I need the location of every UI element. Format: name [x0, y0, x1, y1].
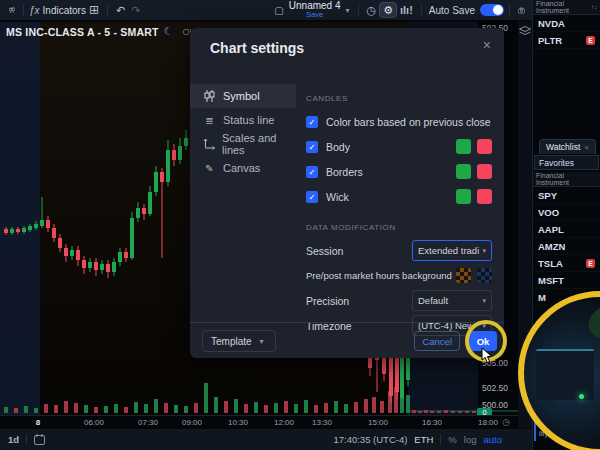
down-color-swatch[interactable]	[477, 164, 492, 179]
checkbox-checked[interactable]: ✓	[306, 141, 318, 153]
camera-snapshot-icon[interactable]	[515, 5, 528, 16]
watchlist-row[interactable]: AAPL	[533, 221, 600, 238]
app-window: MS INC-CLASS A - 5 - SMART ☾ O 511.31 H …	[0, 0, 600, 450]
undo-icon[interactable]: ↶	[113, 4, 128, 17]
tab-symbol[interactable]: Symbol	[190, 84, 296, 108]
led-light	[579, 394, 584, 399]
setting-label: Wick	[326, 191, 349, 203]
gear-icon: ⚙	[383, 4, 393, 17]
time-axis[interactable]: ◷ 806:0007:3009:0010:3012:0013:3015:0016…	[0, 415, 518, 428]
favorites-list-selector[interactable]: Favorites	[534, 155, 599, 170]
section-label: DATA MODIFICATION	[306, 223, 492, 232]
premarket-color-swatch[interactable]	[456, 268, 471, 283]
precision-dropdown[interactable]: Default ▾	[412, 290, 492, 311]
setting-label: Session	[306, 245, 343, 257]
candles-icon	[203, 90, 216, 102]
tab-scales-and-lines[interactable]: Scales and lines	[190, 132, 296, 156]
pencil-icon: ✎	[203, 163, 216, 174]
setting-label: Borders	[326, 166, 363, 178]
setting-row: Pre/post market hours background	[306, 263, 492, 288]
bottom-status-bar: 1d 17:40:35 (UTC-4) ETH % log auto	[0, 428, 532, 450]
checkbox-checked[interactable]: ✓	[306, 191, 318, 203]
tab-canvas[interactable]: ✎ Canvas	[190, 156, 296, 180]
alert-clock-icon[interactable]: ◷	[364, 4, 380, 17]
grid-layout-icon[interactable]: ⊞	[86, 3, 102, 17]
watchlist-row[interactable]: AMZN	[533, 238, 600, 255]
top-toolbar: ƒx Indicators ⊞ ↶ ↷ ▢ Unnamed 4 Save ▾ ◷…	[0, 0, 532, 21]
template-button[interactable]: Template ▾	[202, 330, 276, 352]
instrument-column-header[interactable]: Financial Instrument ↑↓	[533, 0, 600, 15]
percent-scale-button[interactable]: %	[448, 434, 456, 445]
down-color-swatch[interactable]	[477, 139, 492, 154]
tab-label: Canvas	[223, 162, 260, 174]
section-label: CANDLES	[306, 94, 492, 103]
symbol-label: VOO	[538, 207, 559, 218]
down-color-swatch[interactable]	[477, 189, 492, 204]
earnings-badge: E	[586, 259, 595, 268]
watchlist-row[interactable]: VOO	[533, 204, 600, 221]
price-tick-label: 502.50	[482, 383, 508, 393]
setting-label: Color bars based on previous close	[326, 116, 491, 128]
moon-session-icon: ☾	[164, 25, 174, 38]
chart-settings-dialog: Chart settings × Symbol ≣ Status line Sc…	[190, 28, 504, 358]
watchlist-row[interactable]: NVDA	[533, 15, 600, 32]
time-tick-label: 15:00	[362, 418, 394, 427]
up-color-swatch[interactable]	[456, 164, 471, 179]
watchlist-tab[interactable]: Watchlist ×	[539, 139, 596, 154]
candle-style-icon[interactable]	[6, 4, 18, 16]
redo-icon[interactable]: ↷	[128, 4, 143, 17]
column-header-label: Financial Instrument	[536, 0, 591, 14]
tab-label: Status line	[223, 114, 274, 126]
checkbox-checked[interactable]: ✓	[306, 116, 318, 128]
layout-square-icon[interactable]: ▢	[271, 5, 286, 16]
chart-settings-button[interactable]: ⚙	[379, 2, 397, 18]
autosave-label: Auto Save	[429, 5, 475, 16]
watchlist-row[interactable]: SPY	[533, 187, 600, 204]
checkbox-checked[interactable]: ✓	[306, 166, 318, 178]
setting-label: Body	[326, 141, 350, 153]
close-icon[interactable]: ×	[483, 37, 491, 53]
chevron-down-icon: ▾	[482, 247, 486, 255]
session-dropdown[interactable]: Extended tradin… ▾	[412, 240, 492, 261]
axes-icon	[203, 139, 215, 150]
divider	[26, 434, 27, 445]
watchlist-row[interactable]: PLTR E	[533, 32, 600, 49]
clock-label[interactable]: 17:40:35 (UTC-4)	[333, 434, 407, 445]
chevron-down-icon[interactable]: ▾	[346, 6, 350, 15]
desk-shelf	[536, 349, 594, 401]
symbol-label: SPY	[538, 190, 557, 201]
cancel-button[interactable]: Cancel	[414, 331, 460, 351]
close-icon[interactable]: ×	[584, 143, 589, 152]
status-line-icon: ≣	[203, 115, 216, 126]
instrument-column-header[interactable]: Financial Instrument	[533, 172, 600, 187]
tab-status-line[interactable]: ≣ Status line	[190, 108, 296, 132]
symbol-label: AMZN	[538, 241, 565, 252]
log-scale-button[interactable]: log	[464, 434, 477, 445]
up-color-swatch[interactable]	[456, 139, 471, 154]
earnings-badge: E	[586, 36, 595, 45]
watchlist-row[interactable]: MSFT	[533, 272, 600, 289]
session-eth-label[interactable]: ETH	[414, 434, 433, 445]
time-tick-label: 12:00	[268, 418, 300, 427]
interval-button[interactable]: 1d	[8, 434, 19, 445]
time-tick-label: 06:00	[78, 418, 110, 427]
settings-nav: Symbol ≣ Status line Scales and lines ✎ …	[190, 84, 296, 180]
autosave-toggle[interactable]	[480, 4, 504, 16]
fx-icon[interactable]: ƒx	[29, 5, 40, 16]
setting-row: Session Extended tradin… ▾	[306, 238, 492, 263]
object-tree-icon[interactable]: ılı!	[397, 4, 416, 16]
symbol-label: NVDA	[538, 18, 565, 29]
up-color-swatch[interactable]	[456, 189, 471, 204]
divider	[421, 4, 422, 16]
date-range-icon[interactable]	[34, 434, 45, 445]
auto-scale-button[interactable]: auto	[484, 434, 503, 445]
layout-name-menu[interactable]: Unnamed 4 Save	[289, 1, 341, 19]
divider	[358, 4, 359, 16]
symbol-title[interactable]: MS INC-CLASS A - 5 - SMART	[6, 26, 159, 38]
layers-icon[interactable]	[519, 26, 531, 37]
save-status[interactable]: Save	[306, 10, 323, 19]
postmarket-color-swatch[interactable]	[477, 268, 492, 283]
indicators-button[interactable]: Indicators	[43, 5, 86, 16]
watchlist-row[interactable]: TSLA E	[533, 255, 600, 272]
plant-leaf	[582, 299, 600, 345]
